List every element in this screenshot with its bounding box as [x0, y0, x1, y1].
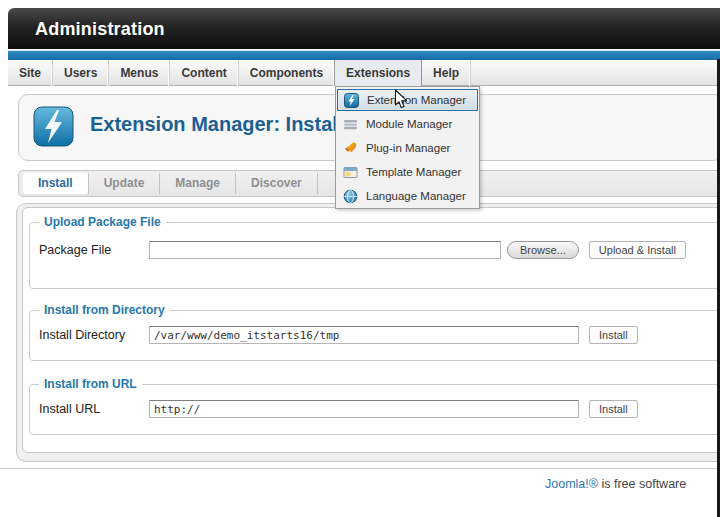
- tab-install[interactable]: Install: [23, 173, 88, 194]
- content-title: Extension Manager: Install: [90, 113, 343, 136]
- browse-button[interactable]: Browse...: [507, 241, 579, 259]
- dropdown-item-label: Module Manager: [366, 118, 452, 130]
- footer-credit-text: is free software: [598, 477, 686, 491]
- menu-item-site[interactable]: Site: [8, 60, 53, 86]
- tab-discover[interactable]: Discover: [235, 173, 317, 194]
- install-directory-input[interactable]: [149, 326, 579, 344]
- menu-item-extensions[interactable]: Extensions: [334, 60, 422, 86]
- menu-item-users[interactable]: Users: [53, 60, 109, 86]
- template-manager-icon: [342, 164, 358, 180]
- cursor-pointer-icon: [394, 89, 408, 110]
- install-url-input[interactable]: [149, 400, 579, 418]
- install-url-button[interactable]: Install: [589, 400, 638, 418]
- menu-item-menus[interactable]: Menus: [109, 60, 170, 86]
- fieldset-legend: Upload Package File: [39, 215, 166, 230]
- plugin-manager-icon: [342, 140, 358, 156]
- install-url-fieldset: Install from URL Install URL Install: [29, 384, 720, 435]
- install-directory-fieldset: Install from Directory Install Directory…: [29, 310, 720, 361]
- install-directory-label: Install Directory: [39, 328, 149, 342]
- dropdown-item-label: Plug-in Manager: [366, 142, 450, 154]
- menu-item-components[interactable]: Components: [239, 60, 335, 86]
- tab-manage[interactable]: Manage: [159, 173, 235, 194]
- footer-credit: Joomla!® is free software: [545, 477, 686, 491]
- joomla-link[interactable]: Joomla!®: [545, 477, 598, 491]
- package-file-label: Package File: [39, 243, 149, 257]
- page-title: Administration: [35, 19, 165, 40]
- dropdown-item-module-manager[interactable]: Module Manager: [336, 112, 479, 136]
- content-pane: Upload Package File Package File Browse.…: [16, 203, 720, 462]
- install-url-label: Install URL: [39, 402, 149, 416]
- menu-item-content[interactable]: Content: [170, 60, 238, 86]
- extension-manager-icon: [343, 92, 359, 108]
- fieldset-legend: Install from Directory: [39, 303, 170, 318]
- language-manager-icon: [342, 188, 358, 204]
- dropdown-item-template-manager[interactable]: Template Manager: [336, 160, 479, 184]
- accent-stripe: [8, 50, 720, 60]
- dropdown-item-plugin-manager[interactable]: Plug-in Manager: [336, 136, 479, 160]
- dropdown-item-label: Template Manager: [366, 166, 461, 178]
- admin-page: Administration Site Users Menus Content …: [0, 0, 720, 517]
- lightning-icon: [33, 106, 74, 147]
- package-file-input[interactable]: [149, 241, 501, 259]
- upload-install-button[interactable]: Upload & Install: [589, 241, 686, 259]
- dropdown-item-label: Extension Manager: [367, 94, 466, 106]
- install-form: Upload Package File Package File Browse.…: [22, 207, 720, 453]
- fieldset-legend: Install from URL: [39, 377, 142, 392]
- title-bar: Administration: [8, 8, 720, 49]
- menu-item-help[interactable]: Help: [422, 60, 471, 86]
- install-directory-button[interactable]: Install: [589, 326, 638, 344]
- main-menubar: Site Users Menus Content Components Exte…: [8, 60, 720, 86]
- tab-update[interactable]: Update: [88, 173, 160, 194]
- upload-package-fieldset: Upload Package File Package File Browse.…: [29, 222, 720, 289]
- dropdown-item-language-manager[interactable]: Language Manager: [336, 184, 479, 208]
- module-manager-icon: [342, 116, 358, 132]
- dropdown-item-label: Language Manager: [366, 190, 466, 202]
- footer-divider: [0, 468, 720, 469]
